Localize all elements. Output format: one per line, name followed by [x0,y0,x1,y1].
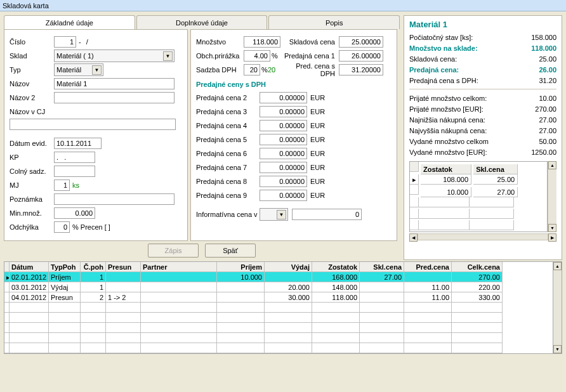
gh-t[interactable]: TypPoh [49,262,81,272]
label-pcena: Predajná cena: [409,66,459,74]
table-row[interactable]: 04.01.2012Presun21 -> 230.000118.00011.0… [4,292,553,303]
chevron-down-icon[interactable]: ▼ [163,51,173,61]
gh-pa[interactable]: Partner [141,262,217,272]
val-mnozskl: 118.000 [531,44,556,52]
scroll-up-icon[interactable]: ▲ [553,262,562,270]
input-skc[interactable] [339,36,383,48]
gh-sk[interactable]: Skl.cena [360,262,404,272]
gc-pi [217,343,265,353]
gh-ck[interactable]: Celk.cena [452,262,503,272]
gc-ck [452,343,503,353]
table-row[interactable]: 03.01.2012Výdaj120.000148.00011.00220.00 [4,282,553,292]
gc-pi [217,323,265,333]
input-p9[interactable] [260,190,307,201]
input-minm[interactable] [54,207,95,219]
input-p2[interactable] [260,92,307,103]
input-p4[interactable] [260,120,307,131]
label-kp: KP [10,154,54,161]
scroll-up-icon[interactable]: ▲ [548,161,556,169]
gh-zo[interactable]: Zostatok [312,262,360,272]
label-p4: Predajná cena 4 [196,122,260,129]
combo-infc[interactable]: ▼ [260,208,288,221]
table-row[interactable] [4,303,553,313]
input-nazov[interactable] [54,78,174,89]
gc-c: 1 [81,282,106,292]
scroll-down-icon[interactable]: ▼ [553,345,562,353]
input-obch[interactable] [244,50,270,62]
table-row[interactable] [4,333,553,343]
label-p7: Predajná cena 7 [196,164,260,171]
cur-eur: EUR [307,178,325,185]
gh-pr[interactable]: Presun [106,262,141,272]
gc-zo [312,333,360,343]
movements-grid[interactable]: DátumTypPohČ.pohPresunPartnerPríjemVýdaj… [4,261,553,354]
gc-vy [265,343,312,353]
input-odch[interactable] [54,221,70,233]
val-pcdph2: 31.20 [539,77,556,84]
gc-pr [106,333,141,343]
input-mj[interactable] [54,180,70,191]
input-pcdph[interactable] [339,64,383,75]
input-p5[interactable] [260,134,307,145]
input-kp[interactable] [54,152,95,163]
pct-icon: % [260,66,267,74]
input-colny[interactable] [54,166,95,177]
gh-pi[interactable]: Príjem [217,262,265,272]
label-obch: Obch.prirážka [196,52,244,60]
gc-zo [312,303,360,313]
gc-pc [404,323,452,333]
chevron-down-icon[interactable]: ▼ [277,210,286,219]
gc-vy [265,323,312,333]
input-infc[interactable] [292,209,362,220]
input-p3[interactable] [260,106,307,117]
scroll-left-icon[interactable]: ◀ [409,233,418,242]
table-row[interactable]: ▸02.01.2012Príjem110.000168.00027.00270.… [4,272,553,282]
gc-pa [141,303,217,313]
label-najn: Najnižšia nákupná cena: [409,116,485,124]
input-pozn[interactable] [54,193,174,205]
input-mnoz[interactable] [244,36,280,48]
label-prijm: Prijaté množstvo celkom: [409,95,487,102]
input-nazov2[interactable] [54,92,174,103]
input-datum[interactable] [54,138,102,149]
input-cislo-a[interactable] [54,36,76,48]
gh-d[interactable]: Dátum [10,262,49,272]
gc-sk [360,333,404,343]
gc-t: Výdaj [49,282,81,292]
tab-basic[interactable]: Základné údaje [4,15,135,29]
summary-table-hscroll[interactable] [418,233,548,240]
gc-ck: 270.00 [452,272,503,282]
gc-d [10,313,49,323]
cur-eur: EUR [307,164,325,171]
summary-table-vscroll[interactable]: ▲ ▼ [548,161,556,232]
grid-vscroll[interactable]: ▲ ▼ [553,261,562,354]
label-p6: Predajná cena 6 [196,150,260,157]
combo-sklad[interactable]: Materiál ( 1) ▼ [54,49,174,62]
input-nazov-cj[interactable] [10,119,176,130]
scroll-down-icon[interactable]: ▼ [548,224,556,232]
spat-button[interactable]: Späť [205,244,256,258]
input-pc1[interactable] [339,50,383,62]
table-row[interactable] [4,323,553,333]
tab-extra[interactable]: Doplnkové údaje [136,15,268,29]
combo-typ[interactable]: Materiál ▼ [54,63,103,76]
scroll-right-icon[interactable]: ▶ [548,233,556,242]
input-p8[interactable] [260,176,307,187]
gh-vy[interactable]: Výdaj [265,262,312,272]
table-row[interactable] [4,343,553,353]
gc-ck [452,323,503,333]
input-p7[interactable] [260,162,307,173]
input-p6[interactable] [260,148,307,159]
table-row[interactable] [4,313,553,323]
gh-c[interactable]: Č.poh [81,262,106,272]
gc-ck [452,333,503,343]
input-dph[interactable] [244,64,260,75]
gc-vy [265,272,312,282]
tab-desc[interactable]: Popis [268,15,400,29]
gh-pc[interactable]: Pred.cena [404,262,452,272]
chevron-down-icon[interactable]: ▼ [92,65,102,75]
gc-ck [452,303,503,313]
zapis-button[interactable]: Zápis [148,244,199,258]
gc-pi: 10.000 [217,272,265,282]
window-title: Skladová karta [0,0,566,11]
